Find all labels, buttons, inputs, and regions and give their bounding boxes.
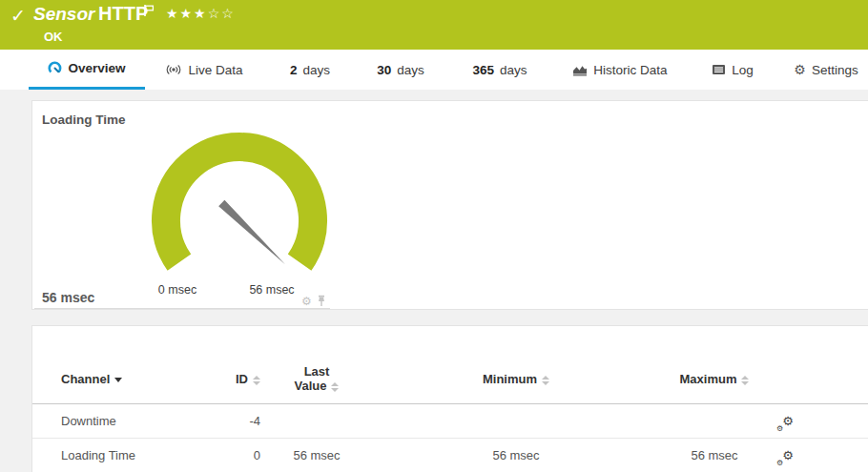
tab-settings[interactable]: ⚙ Settings	[784, 50, 868, 90]
col-header-channel[interactable]: Channel	[61, 372, 122, 386]
stars-empty[interactable]: ☆☆	[208, 6, 236, 21]
tab-live-data-label: Live Data	[188, 63, 242, 77]
live-data-icon	[165, 63, 182, 76]
settings-gear-icon: ⚙	[794, 63, 806, 76]
tab-2-days[interactable]: 2 days	[272, 50, 348, 90]
tab-overview[interactable]: Overview	[29, 50, 145, 90]
col-header-minimum-label: Minimum	[483, 372, 537, 386]
gauge-max-label: 56 msec	[249, 283, 294, 297]
tab-365-days[interactable]: 365 days	[458, 50, 542, 90]
tab-30-days[interactable]: 30 days	[362, 50, 439, 90]
loading-time-gauge-panel: Loading Time 0 msec 56 msec 56 msec ⚙	[31, 100, 868, 310]
priority-stars[interactable]: ★★★☆☆	[166, 6, 236, 21]
tab-30-days-number: 30	[377, 63, 391, 77]
gauge-min-label: 0 msec	[158, 283, 196, 297]
tab-live-data[interactable]: Live Data	[156, 50, 252, 90]
sort-toggle-icon[interactable]	[542, 376, 549, 385]
gauge-toolbar: ⚙	[301, 295, 326, 307]
gauge-pin-icon[interactable]	[317, 295, 326, 307]
table-row-loading-time[interactable]: Loading Time 0 56 msec 56 msec 56 msec ⚙…	[32, 439, 868, 472]
stars-filled[interactable]: ★★★	[166, 6, 208, 21]
sensor-header: ✓ Sensor HTTP ★★★☆☆ OK	[0, 0, 868, 50]
tab-log-label: Log	[732, 63, 754, 77]
gauge-settings-icon[interactable]: ⚙	[301, 296, 312, 307]
col-header-channel-label: Channel	[61, 372, 110, 386]
sort-desc-icon	[114, 378, 122, 382]
channels-table-header: Channel ID Last Value Minimum Maximum	[32, 362, 868, 404]
tab-2-days-number: 2	[290, 63, 298, 77]
channel-id: 0	[166, 439, 260, 472]
tab-historic-data[interactable]: Historic Data	[558, 50, 682, 90]
gauge-tab-icon	[48, 61, 62, 75]
tab-overview-label: Overview	[68, 61, 125, 75]
col-header-id-label: ID	[236, 372, 248, 386]
historic-chart-icon	[572, 64, 588, 76]
priority-flag-icon[interactable]	[143, 4, 155, 21]
tab-2-days-label: days	[302, 63, 330, 77]
tab-365-days-number: 365	[472, 63, 494, 77]
tab-historic-data-label: Historic Data	[593, 63, 667, 77]
gauge-title: Loading Time	[42, 113, 126, 127]
channel-settings-icon[interactable]: ⚙⚙	[776, 450, 794, 467]
sort-toggle-icon[interactable]	[741, 376, 749, 385]
gauge-current-value: 56 msec	[42, 290, 94, 305]
tab-settings-label: Settings	[812, 63, 858, 77]
table-row-downtime[interactable]: Downtime -4 ⚙⚙	[32, 404, 868, 439]
tab-365-days-label: days	[500, 63, 527, 77]
col-header-last-line1: Last	[304, 364, 330, 379]
channel-minimum: 56 msec	[440, 439, 592, 472]
gauge-needle	[218, 200, 288, 268]
channel-maximum: 56 msec	[638, 439, 791, 472]
channel-name[interactable]: Loading Time	[61, 439, 135, 472]
gauge-divider	[34, 308, 330, 309]
channel-name[interactable]: Downtime	[61, 404, 116, 439]
log-list-icon	[712, 64, 726, 75]
tab-log[interactable]: Log	[696, 50, 769, 90]
col-header-last-value[interactable]: Last Value	[274, 364, 360, 393]
tab-30-days-label: days	[397, 63, 424, 77]
gauge-arc	[166, 147, 313, 262]
col-header-id[interactable]: ID	[166, 372, 260, 386]
sensor-title: HTTP	[98, 3, 148, 25]
channels-table-panel: Channel ID Last Value Minimum Maximum Do…	[31, 325, 868, 472]
col-header-maximum-label: Maximum	[680, 372, 737, 386]
sensor-title-prefix: Sensor	[33, 4, 94, 25]
col-header-last-line2: Value	[295, 379, 327, 393]
channel-last-value: 56 msec	[274, 439, 360, 472]
tab-bar: Overview Live Data 2 days 30 days 365 da…	[0, 50, 868, 90]
status-ok-check-icon: ✓	[10, 5, 26, 27]
sensor-status-badge: OK	[44, 30, 63, 44]
sort-toggle-icon[interactable]	[331, 382, 339, 392]
sort-toggle-icon[interactable]	[253, 376, 260, 385]
channel-settings-icon[interactable]: ⚙⚙	[776, 416, 794, 433]
channel-id: -4	[166, 404, 260, 439]
col-header-minimum[interactable]: Minimum	[440, 372, 592, 386]
col-header-maximum[interactable]: Maximum	[638, 372, 791, 386]
